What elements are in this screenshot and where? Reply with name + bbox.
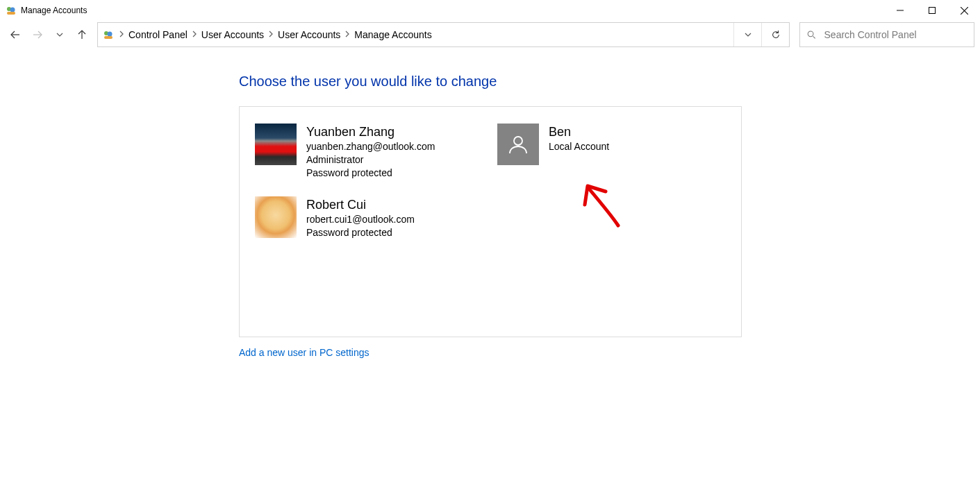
back-button[interactable] (6, 25, 25, 44)
recent-dropdown-icon[interactable] (50, 25, 69, 44)
account-name: Ben (549, 124, 609, 140)
breadcrumb: Control Panel User Accounts User Account… (126, 29, 435, 40)
account-status: Password protected (306, 226, 415, 239)
forward-button[interactable] (28, 25, 47, 44)
chevron-right-icon[interactable] (190, 31, 199, 39)
account-status: Password protected (306, 167, 435, 180)
page-title: Choose the user you would like to change (239, 74, 980, 90)
svg-rect-12 (104, 36, 113, 39)
avatar (255, 196, 297, 238)
account-item[interactable]: Yuanben Zhang yuanben.zhang@outlook.com … (255, 124, 483, 180)
add-user-link[interactable]: Add a new user in PC settings (239, 347, 369, 358)
svg-line-14 (813, 36, 815, 38)
svg-point-1 (10, 8, 15, 12)
user-accounts-icon (102, 28, 115, 41)
breadcrumb-item[interactable]: Manage Accounts (351, 29, 434, 40)
up-button[interactable] (72, 25, 92, 44)
avatar (497, 124, 539, 165)
account-info: Robert Cui robert.cui1@outlook.com Passw… (306, 196, 415, 239)
accounts-list: Yuanben Zhang yuanben.zhang@outlook.com … (239, 106, 742, 337)
account-item[interactable]: Ben Local Account (497, 124, 726, 180)
refresh-button[interactable] (761, 23, 789, 46)
breadcrumb-item[interactable]: User Accounts (199, 29, 267, 40)
titlebar: Manage Accounts (0, 0, 980, 21)
account-role: Local Account (549, 140, 609, 153)
minimize-button[interactable] (884, 0, 916, 21)
user-accounts-icon (6, 5, 17, 16)
chevron-right-icon[interactable] (343, 31, 351, 39)
address-bar[interactable]: Control Panel User Accounts User Account… (97, 22, 790, 47)
window-controls (884, 0, 980, 21)
content-area: Choose the user you would like to change… (0, 49, 980, 359)
account-name: Yuanben Zhang (306, 124, 435, 140)
svg-point-13 (808, 31, 813, 37)
maximize-button[interactable] (916, 0, 948, 21)
svg-point-15 (514, 137, 522, 145)
account-info: Yuanben Zhang yuanben.zhang@outlook.com … (306, 124, 435, 180)
account-name: Robert Cui (306, 196, 415, 213)
search-box[interactable] (799, 22, 974, 47)
window-title: Manage Accounts (21, 6, 87, 15)
search-icon (807, 30, 816, 40)
account-role: Administrator (306, 153, 435, 167)
close-button[interactable] (948, 0, 980, 21)
breadcrumb-item[interactable]: Control Panel (126, 29, 190, 40)
address-history-dropdown[interactable] (733, 23, 761, 46)
chevron-right-icon[interactable] (117, 31, 126, 39)
avatar (255, 124, 297, 165)
svg-rect-4 (929, 8, 936, 14)
account-info: Ben Local Account (549, 124, 609, 153)
svg-rect-2 (7, 12, 15, 15)
chevron-right-icon[interactable] (267, 31, 275, 39)
navigation-row: Control Panel User Accounts User Account… (0, 21, 980, 49)
account-item[interactable]: Robert Cui robert.cui1@outlook.com Passw… (255, 196, 483, 239)
breadcrumb-item[interactable]: User Accounts (275, 29, 343, 40)
account-email: yuanben.zhang@outlook.com (306, 140, 435, 153)
search-input[interactable] (824, 29, 967, 40)
svg-point-11 (108, 32, 113, 37)
account-email: robert.cui1@outlook.com (306, 213, 415, 226)
person-icon (506, 133, 530, 156)
